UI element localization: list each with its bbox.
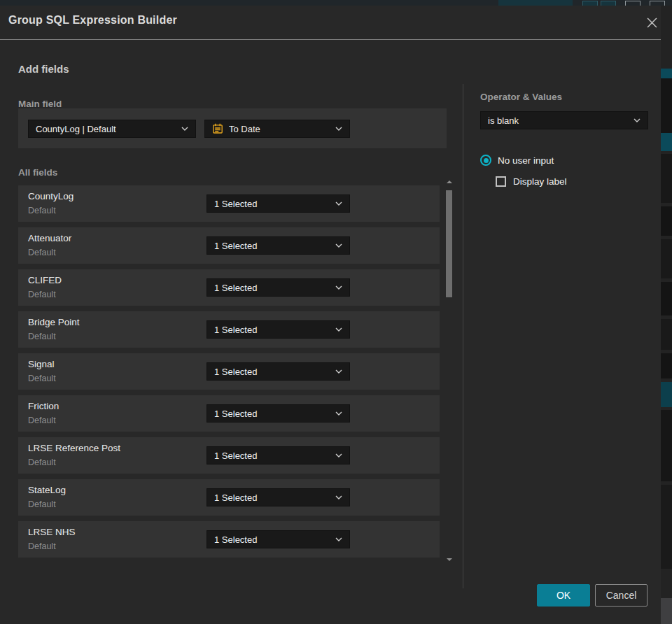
close-icon <box>647 17 657 28</box>
operator-dropdown[interactable]: is blank <box>480 111 648 129</box>
field-selected-value: 1 Selected <box>214 367 330 377</box>
chevron-down-icon <box>335 201 342 206</box>
field-name: CLIFED <box>28 275 62 285</box>
chevron-down-icon <box>181 127 188 131</box>
field-selected-value: 1 Selected <box>214 325 330 335</box>
field-selected-value: 1 Selected <box>214 283 330 293</box>
background-panel-fragment <box>661 410 672 481</box>
field-subtitle: Default <box>28 541 56 551</box>
field-subtitle: Default <box>28 499 56 509</box>
main-field-container: CountyLog | Default To Date <box>18 108 447 148</box>
all-fields-label: All fields <box>18 167 57 178</box>
field-selected-dropdown[interactable]: 1 Selected <box>206 236 350 255</box>
field-subtitle: Default <box>28 416 56 425</box>
chevron-down-icon <box>335 369 342 374</box>
field-name: Friction <box>28 401 59 411</box>
main-field-label: Main field <box>18 99 62 109</box>
scroll-up-icon[interactable] <box>447 180 452 183</box>
display-label-label: Display label <box>513 176 567 187</box>
field-selected-value: 1 Selected <box>214 492 330 503</box>
field-type-dropdown[interactable]: To Date <box>204 120 350 138</box>
chevron-down-icon <box>335 127 342 131</box>
field-selected-dropdown[interactable]: 1 Selected <box>206 320 350 339</box>
field-name: Bridge Point <box>28 317 80 327</box>
field-subtitle: Default <box>28 458 56 467</box>
field-row: Bridge Point Default 1 Selected <box>18 311 440 348</box>
chevron-down-icon <box>335 243 342 248</box>
all-fields-list: CountyLog Default 1 Selected Attenuator … <box>18 185 440 563</box>
calendar-icon <box>212 123 223 134</box>
field-row: Friction Default 1 Selected <box>18 395 440 432</box>
field-row: Signal Default 1 Selected <box>18 353 440 390</box>
operator-values-label: Operator & Values <box>480 92 562 102</box>
panel-divider <box>463 84 463 588</box>
chevron-down-icon <box>634 118 640 122</box>
field-name: Attenuator <box>28 233 71 243</box>
field-name: CountyLog <box>28 191 74 201</box>
chevron-down-icon <box>335 285 342 290</box>
background-panel-fragment <box>661 598 672 624</box>
field-selected-dropdown[interactable]: 1 Selected <box>206 404 350 423</box>
app-toolbar-background: Live view <box>0 0 672 6</box>
chevron-down-icon <box>335 411 342 416</box>
field-row: LRSE Reference Post Default 1 Selected <box>18 437 440 474</box>
operator-dropdown-value: is blank <box>488 115 628 126</box>
field-name: StateLog <box>28 485 66 495</box>
ok-button[interactable]: OK <box>537 584 590 607</box>
field-subtitle: Default <box>28 290 56 299</box>
add-fields-heading: Add fields <box>18 63 69 75</box>
field-subtitle: Default <box>28 248 56 257</box>
screen: Live view Group SQL Expression Builder <box>0 0 672 624</box>
display-label-checkbox[interactable]: Display label <box>496 176 567 187</box>
chevron-down-icon <box>335 495 342 499</box>
field-selected-dropdown[interactable]: 1 Selected <box>206 488 350 506</box>
field-name: LRSE NHS <box>28 527 76 537</box>
toolbar-icon-button[interactable] <box>601 1 616 6</box>
close-button[interactable] <box>643 13 661 31</box>
field-selected-dropdown[interactable]: 1 Selected <box>206 194 350 213</box>
field-row: StateLog Default 1 Selected <box>18 479 440 516</box>
fields-scrollbar[interactable] <box>446 177 453 569</box>
field-selected-value: 1 Selected <box>214 534 330 545</box>
chevron-down-icon <box>335 453 342 458</box>
radio-icon <box>480 155 491 166</box>
background-panel-fragment <box>661 319 672 350</box>
no-user-input-label: No user input <box>498 155 554 166</box>
field-selected-dropdown[interactable]: 1 Selected <box>206 278 350 297</box>
field-subtitle: Default <box>28 374 56 383</box>
dialog-header: Group SQL Expression Builder <box>0 6 661 40</box>
main-field-dropdown-value: CountyLog | Default <box>36 124 176 134</box>
background-panel <box>661 6 672 624</box>
field-selected-value: 1 Selected <box>214 241 330 251</box>
field-row: Attenuator Default 1 Selected <box>18 227 440 264</box>
background-panel-fragment <box>661 78 672 133</box>
field-selected-value: 1 Selected <box>214 409 330 419</box>
no-user-input-radio[interactable]: No user input <box>480 155 554 166</box>
field-selected-dropdown[interactable]: 1 Selected <box>206 530 350 548</box>
toolbar-icon-button[interactable] <box>650 1 665 6</box>
live-view-toggle[interactable]: Live view <box>498 0 573 6</box>
checkbox-icon <box>496 176 506 187</box>
background-panel-fragment <box>661 282 672 315</box>
field-subtitle: Default <box>28 332 56 341</box>
field-subtitle: Default <box>28 206 56 215</box>
scrollbar-thumb[interactable] <box>446 190 452 297</box>
field-selected-dropdown[interactable]: 1 Selected <box>206 446 350 465</box>
field-selected-dropdown[interactable]: 1 Selected <box>206 362 350 381</box>
chevron-down-icon <box>335 537 342 541</box>
field-name: LRSE Reference Post <box>28 443 120 453</box>
field-name: Signal <box>28 359 55 369</box>
main-field-dropdown[interactable]: CountyLog | Default <box>28 120 196 138</box>
toolbar-icon-button[interactable] <box>625 1 640 6</box>
field-type-dropdown-value: To Date <box>229 124 330 134</box>
field-selected-value: 1 Selected <box>214 199 330 209</box>
toolbar-icon-button[interactable] <box>582 1 598 6</box>
background-panel-fragment <box>661 353 672 378</box>
background-panel-fragment <box>661 206 672 236</box>
scroll-down-icon[interactable] <box>447 558 452 561</box>
cancel-button[interactable]: Cancel <box>595 584 648 607</box>
field-selected-value: 1 Selected <box>214 451 330 461</box>
field-row: CountyLog Default 1 Selected <box>18 185 440 222</box>
background-panel-fragment <box>661 154 672 203</box>
background-panel-fragment <box>661 382 672 407</box>
